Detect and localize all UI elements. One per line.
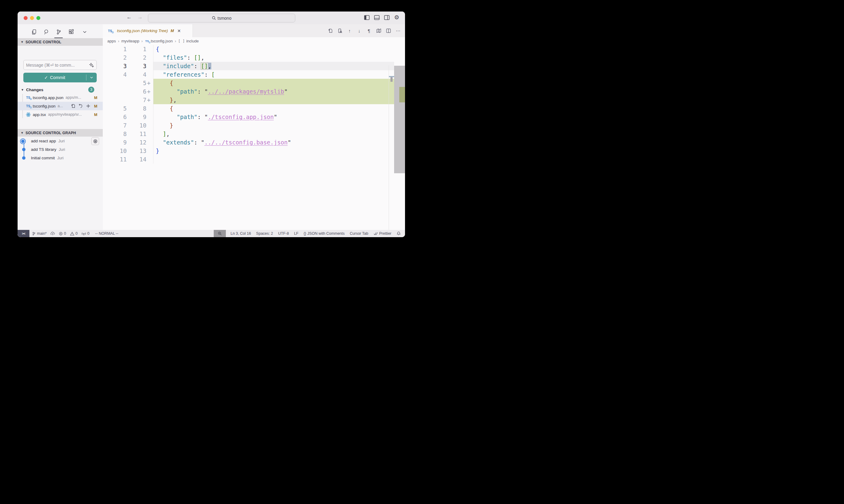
commit-dot — [22, 148, 25, 151]
minimap-border — [389, 66, 389, 230]
next-change-icon[interactable]: ↓ — [357, 28, 362, 34]
code-editor[interactable]: 11{22 "files": [],33 "include": [],44 "r… — [103, 45, 405, 230]
map-icon[interactable] — [376, 28, 381, 34]
source-control-section-header[interactable]: ▼ SOURCE CONTROL — [18, 38, 103, 46]
toggle-whitespace-icon[interactable]: ¶ — [366, 28, 372, 34]
commit-row[interactable]: add react app Juri — [18, 137, 103, 145]
maximize-window-button[interactable] — [36, 16, 40, 20]
breadcrumb-item[interactable]: tsconfig.json — [151, 39, 172, 43]
formatter-indicator[interactable]: Prettier — [374, 231, 391, 236]
toggle-primary-sidebar-icon[interactable] — [364, 15, 369, 20]
collapse-chevron-icon: ▼ — [21, 131, 24, 134]
breadcrumb-item[interactable]: include — [186, 39, 199, 43]
code-text: "path": "./tsconfig.app.json" — [153, 113, 394, 121]
ports-count: 0 — [87, 231, 89, 236]
back-arrow-icon[interactable]: ← — [125, 14, 133, 20]
original-line-number: 5 — [103, 104, 127, 113]
commit-dropdown-button[interactable] — [86, 76, 97, 79]
explorer-icon[interactable] — [30, 28, 38, 36]
changes-section-header[interactable]: ▼ Changes 3 — [18, 86, 103, 93]
sparkle-copilot-icon[interactable] — [89, 63, 94, 68]
more-views-chevron-icon[interactable] — [81, 28, 88, 36]
file-name: app.tsx — [33, 112, 46, 117]
previous-change-icon[interactable]: ↑ — [347, 28, 352, 34]
cursor-tab-indicator[interactable]: Cursor Tab — [350, 231, 368, 236]
status-bar: >< main* 0 0 0 -- NORMAL -- — [18, 230, 405, 237]
modified-line-number: 8 — [127, 104, 147, 113]
toggle-secondary-sidebar-icon[interactable] — [384, 15, 390, 20]
settings-gear-icon[interactable]: ⚙ — [394, 15, 400, 20]
vertical-scrollbar[interactable] — [394, 66, 405, 173]
stage-changes-icon[interactable] — [86, 104, 91, 108]
commit-row[interactable]: add TS library Juri — [18, 145, 103, 154]
open-file-preview-icon[interactable] — [337, 28, 343, 34]
commit-button[interactable]: ✓ Commit — [23, 73, 97, 83]
code-line[interactable]: 811 ], — [103, 130, 405, 138]
code-line[interactable]: 1114 — [103, 155, 405, 164]
close-tab-icon[interactable]: ✕ — [177, 29, 181, 33]
modified-line-number: 2 — [127, 53, 147, 62]
zoom-indicator[interactable] — [214, 230, 226, 237]
code-line[interactable]: 22 "files": [], — [103, 53, 405, 62]
file-path: a... — [57, 104, 63, 108]
code-line[interactable]: 33 "include": [], — [103, 62, 405, 70]
source-control-view-icon[interactable] — [55, 28, 63, 36]
breadcrumb-item[interactable]: myviteapp — [121, 39, 139, 43]
cursor-position[interactable]: Ln 3, Col 16 — [230, 231, 251, 236]
split-editor-icon[interactable] — [385, 28, 391, 34]
vim-mode-indicator[interactable]: -- NORMAL -- — [95, 231, 119, 236]
code-line[interactable]: 58 { — [103, 104, 405, 113]
toggle-panel-icon[interactable] — [374, 15, 380, 20]
code-line[interactable]: 710 } — [103, 121, 405, 130]
command-center-search[interactable]: tsmono — [148, 14, 295, 22]
close-window-button[interactable] — [24, 16, 28, 20]
more-actions-icon[interactable]: ⋯ — [395, 28, 401, 34]
changed-file-row-selected[interactable]: TS⚙ tsconfig.json a... M — [18, 102, 103, 110]
code-line[interactable]: 6+ "path": "../../packages/mytslib" — [103, 87, 405, 96]
ports-indicator[interactable]: 0 — [82, 231, 89, 236]
commit-message: add react app — [31, 139, 56, 143]
code-line[interactable]: 7+ }, — [103, 96, 405, 104]
language-mode[interactable]: {} JSON with Comments — [304, 231, 344, 236]
source-control-graph-header[interactable]: ▼ SOURCE CONTROL GRAPH — [18, 129, 103, 137]
original-line-number — [103, 87, 127, 96]
remote-indicator[interactable]: >< — [18, 230, 30, 237]
branch-indicator[interactable]: main* — [32, 231, 47, 236]
commit-message: add TS library — [31, 147, 56, 152]
tab-tsconfig-working-tree[interactable]: TS⚙ tsconfig.json (Working Tree) M ✕ — [103, 24, 193, 37]
code-line[interactable]: 1013} — [103, 147, 405, 155]
breadcrumb-item[interactable]: apps — [107, 39, 116, 43]
forward-arrow-icon[interactable]: → — [136, 14, 144, 20]
open-file-icon[interactable] — [71, 104, 75, 108]
encoding-setting[interactable]: UTF-8 — [278, 231, 289, 236]
discard-changes-icon[interactable] — [78, 104, 83, 108]
indentation-setting[interactable]: Spaces: 2 — [256, 231, 273, 236]
code-line[interactable]: 69 "path": "./tsconfig.app.json" — [103, 113, 405, 121]
extensions-icon[interactable] — [67, 28, 75, 36]
modified-line-number: 10 — [127, 121, 147, 130]
eol-setting[interactable]: LF — [294, 231, 299, 236]
commit-button-label: Commit — [50, 75, 65, 80]
changed-file-row[interactable]: TS⚙ tsconfig.app.json apps/m... M — [18, 93, 103, 102]
sync-changes-button[interactable] — [51, 232, 55, 236]
original-line-number: 2 — [103, 53, 127, 62]
minimize-window-button[interactable] — [30, 16, 34, 20]
errors-indicator[interactable]: 0 — [59, 231, 66, 236]
modified-status-badge: M — [94, 104, 97, 108]
section-title: SOURCE CONTROL — [25, 40, 61, 44]
code-line[interactable]: 11{ — [103, 45, 405, 53]
commit-row[interactable]: Initial commit Juri — [18, 154, 103, 162]
goto-commit-target-icon[interactable] — [91, 137, 99, 145]
changed-file-row[interactable]: app.tsx apps/myviteapp/sr... M — [18, 110, 103, 119]
react-file-icon — [25, 112, 31, 117]
added-line-marker — [147, 130, 153, 138]
code-line[interactable]: 44 "references": [ — [103, 70, 405, 79]
code-line[interactable]: 5+ { — [103, 79, 405, 87]
open-changes-icon[interactable] — [327, 28, 333, 34]
search-view-icon[interactable] — [42, 28, 50, 36]
notifications-bell-icon[interactable] — [397, 231, 401, 236]
code-line[interactable]: 912 "extends": "../../tsconfig.base.json… — [103, 138, 405, 147]
warnings-indicator[interactable]: 0 — [70, 231, 77, 236]
added-line-marker — [147, 138, 153, 147]
commit-message-input[interactable]: Message (⌘⏎ to comm... — [23, 60, 97, 70]
